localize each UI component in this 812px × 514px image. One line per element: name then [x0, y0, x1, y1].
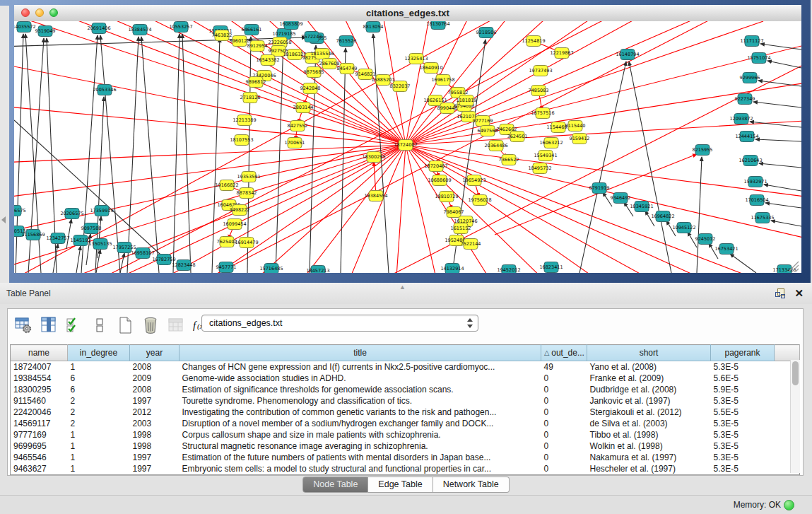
network-window-titlebar[interactable]: citations_edges.txt — [14, 5, 801, 22]
table-cell[interactable]: 2 — [68, 418, 130, 429]
table-row[interactable]: 2242004622012Investigating the contribut… — [11, 407, 800, 418]
table-cell[interactable]: 5.3E-5 — [711, 361, 775, 373]
close-panel-icon[interactable]: ✕ — [794, 286, 804, 300]
citation-edge-black[interactable] — [759, 163, 801, 168]
table-cell[interactable]: 0 — [541, 440, 587, 452]
citation-edge-black[interactable] — [141, 37, 159, 273]
citation-edge-red[interactable] — [14, 145, 406, 233]
citation-edge-red[interactable] — [127, 21, 406, 145]
column-header-title[interactable]: title — [180, 345, 541, 361]
table-cell[interactable]: 2003 — [130, 418, 180, 429]
citation-edge-red[interactable] — [297, 145, 406, 273]
table-cell[interactable]: 2009 — [130, 373, 180, 384]
table-cell[interactable]: Yano et al. (2008) — [587, 361, 711, 373]
citation-edge-black[interactable] — [697, 157, 702, 273]
table-cell[interactable]: 49 — [541, 361, 587, 373]
table-cell[interactable]: 0 — [541, 407, 587, 418]
table-cell[interactable]: Hescheler et al. (1997) — [587, 463, 711, 475]
table-cell[interactable]: Disruption of a novel member of a sodium… — [180, 418, 541, 429]
column-header-out_de[interactable]: △out_de... — [541, 345, 587, 361]
table-cell[interactable]: Franke et al. (2009) — [587, 373, 711, 384]
table-cell[interactable]: 1 — [68, 429, 130, 440]
table-cell[interactable]: Embryonic stem cells: a model to study s… — [180, 463, 541, 475]
table-cell[interactable]: 1998 — [130, 440, 180, 452]
citation-edge-black[interactable] — [771, 221, 801, 226]
citation-edge-black[interactable] — [76, 246, 81, 273]
citation-edge-red[interactable] — [495, 154, 697, 235]
table-cell[interactable]: 5.3E-5 — [711, 463, 775, 475]
table-cell[interactable]: 1998 — [130, 429, 180, 440]
column-header-name[interactable]: name — [11, 345, 68, 361]
citation-edge-black[interactable] — [310, 45, 316, 273]
table-row[interactable]: 911546021997Tourette syndrome. Phenomeno… — [11, 395, 800, 407]
column-header-in_degree[interactable]: in_degree — [68, 345, 130, 361]
table-row[interactable]: 1830029562008Estimation of significance … — [11, 384, 800, 395]
network-canvas[interactable]: 1403557293190492069140618384574105532571… — [14, 21, 801, 273]
citation-edge-black[interactable] — [212, 38, 220, 273]
table-cell[interactable]: 2 — [68, 395, 130, 407]
table-cell[interactable]: Jankovic et al. (1997) — [587, 395, 711, 407]
table-cell[interactable]: 1997 — [130, 452, 180, 463]
table-cell[interactable]: Structural magnetic resonance image aver… — [180, 440, 541, 452]
tab-edge-table[interactable]: Edge Table — [368, 477, 433, 493]
table-cell[interactable]: 0 — [541, 418, 587, 429]
table-cell[interactable]: 2008 — [130, 361, 180, 373]
table-cell[interactable]: Estimation of the future numbers of pati… — [180, 452, 541, 463]
rows-icon[interactable] — [90, 316, 109, 335]
citation-edge-red[interactable] — [14, 145, 406, 198]
table-cell[interactable]: 6 — [68, 384, 130, 395]
table-row[interactable]: 1938455462009Genome-wide association stu… — [11, 373, 800, 384]
table-cell[interactable]: 1 — [68, 440, 130, 452]
table-cell[interactable]: 9777169 — [11, 429, 68, 440]
collapse-handle-icon[interactable] — [1, 216, 6, 223]
table-cell[interactable]: Stergiakouli et al. (2012) — [587, 407, 711, 418]
citation-edge-black[interactable] — [120, 253, 124, 273]
table-cell[interactable]: 1 — [68, 463, 130, 475]
citation-edge-black[interactable] — [127, 37, 139, 273]
column-header-pagerank[interactable]: pagerank — [711, 345, 775, 361]
table-cell[interactable]: 2 — [68, 407, 130, 418]
table-cell[interactable]: Estimation of significance thresholds fo… — [180, 384, 541, 395]
scrollbar-thumb[interactable] — [792, 361, 799, 385]
table-cell[interactable]: 0 — [541, 395, 587, 407]
table-cell[interactable]: 2008 — [130, 384, 180, 395]
table-selector-dropdown[interactable]: citations_edges.txt — [201, 315, 478, 332]
citation-edge-black[interactable] — [760, 44, 801, 49]
citation-edge-red[interactable] — [14, 145, 406, 163]
float-panel-icon[interactable] — [775, 288, 785, 298]
column-header-year[interactable]: year — [130, 345, 180, 361]
table-cell[interactable]: 5.9E-5 — [711, 384, 775, 395]
table-cell[interactable]: 9115460 — [11, 395, 68, 407]
citation-edge-black[interactable] — [753, 102, 801, 107]
table-cell[interactable]: Nakamura et al. (1997) — [587, 452, 711, 463]
table-cell[interactable]: 9699695 — [11, 440, 68, 452]
table-cell[interactable]: 14569117 — [11, 418, 68, 429]
tab-node-table[interactable]: Node Table — [302, 477, 368, 493]
citation-edge-black[interactable] — [66, 219, 71, 249]
column-header-short[interactable]: short — [587, 345, 711, 361]
table-cell[interactable]: 9465546 — [11, 452, 68, 463]
column-chooser-icon[interactable] — [39, 316, 58, 335]
table-cell[interactable]: 1 — [68, 452, 130, 463]
table-cell[interactable]: 18300295 — [11, 384, 68, 395]
new-table-icon[interactable] — [115, 316, 134, 335]
memory-ok-indicator[interactable] — [784, 500, 794, 510]
table-mode-icon[interactable] — [13, 316, 33, 335]
table-cell[interactable]: 22420046 — [11, 407, 68, 418]
table-cell[interactable]: 5.3E-5 — [711, 440, 775, 452]
table-cell[interactable]: 6 — [68, 373, 130, 384]
citation-edge-black[interactable] — [173, 34, 180, 273]
table-cell[interactable]: 2012 — [130, 407, 180, 418]
table-cell[interactable]: 5.5E-5 — [711, 407, 775, 418]
table-vertical-scrollbar[interactable] — [790, 360, 800, 473]
delete-trash-icon[interactable] — [141, 316, 160, 335]
citation-edge-black[interactable] — [767, 61, 801, 68]
citation-network-graph[interactable]: 1403557293190492069140618384574105532571… — [14, 21, 801, 273]
citation-edge-red[interactable] — [346, 145, 406, 273]
citation-edge-red[interactable] — [14, 64, 406, 145]
table-cell[interactable]: 18724007 — [11, 361, 68, 373]
table-cell[interactable]: 0 — [541, 463, 587, 475]
panel-drag-handle[interactable]: ▲ — [399, 284, 406, 291]
table-cell[interactable]: 0 — [541, 452, 587, 463]
table-row[interactable]: 946554611997Estimation of the future num… — [11, 452, 800, 463]
